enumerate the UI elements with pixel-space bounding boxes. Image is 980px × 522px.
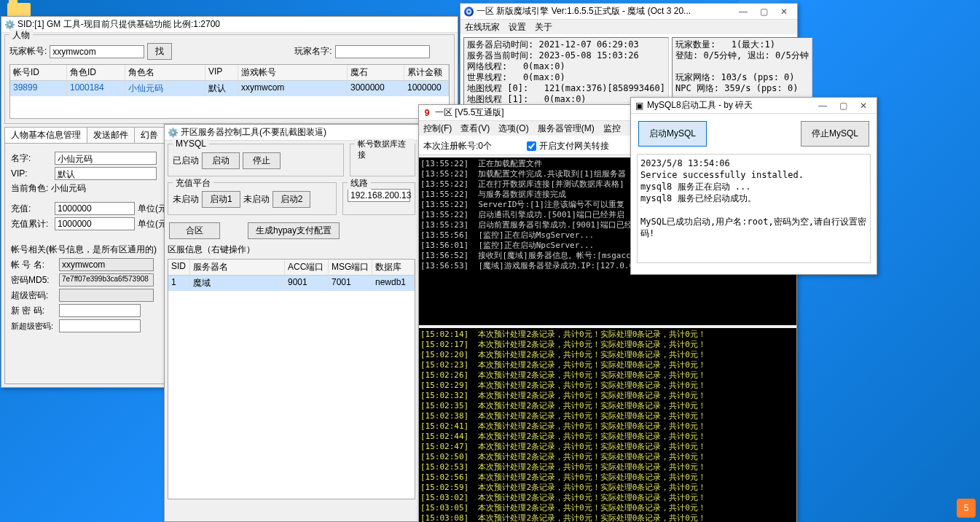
col-gameacct[interactable]: 游戏帐号 bbox=[238, 65, 348, 81]
acct-input[interactable]: xxymwcom bbox=[50, 45, 144, 58]
gear-icon: ⚙️ bbox=[4, 20, 15, 30]
menu-monitor[interactable]: 监控 bbox=[603, 122, 621, 135]
mysql-log[interactable]: 2023/5/8 13:54:06 Service successfully i… bbox=[637, 154, 871, 263]
mysql-status: 已启动 bbox=[173, 155, 199, 167]
menu-options[interactable]: 选项(O) bbox=[498, 122, 528, 135]
plat-start1-button[interactable]: 启动1 bbox=[202, 191, 240, 208]
col-rolename[interactable]: 角色名 bbox=[125, 65, 205, 81]
menu-online[interactable]: 在线玩家 bbox=[465, 21, 500, 34]
recharge-input[interactable]: 1000000 bbox=[55, 202, 135, 215]
server-ctrl-window: ⚙️ 开区服务器控制工具(不要乱截图装逼) MYSQL 已启动 启动 停止 帐号… bbox=[164, 124, 419, 522]
minimize-button[interactable]: — bbox=[733, 4, 753, 19]
line-group: 线路 192.168.200.13 bbox=[342, 182, 415, 215]
app-icon: 🧿 bbox=[463, 7, 474, 17]
tab-basic[interactable]: 人物基本信息管理 bbox=[4, 127, 87, 143]
col-stone[interactable]: 魔石 bbox=[348, 65, 404, 81]
char-group-label: 人物 bbox=[9, 29, 33, 42]
ctrl-title: 开区服务器控制工具(不要乱截图装逼) bbox=[181, 126, 415, 139]
gen-hypay-button[interactable]: 生成hypay支付配置 bbox=[248, 222, 340, 239]
col-vip[interactable]: VIP bbox=[205, 65, 238, 81]
md5-field: 7e7ff07e399b3ca6f573908 bbox=[59, 273, 154, 287]
vip-input[interactable]: 默认 bbox=[55, 167, 157, 180]
start-mysql-button[interactable]: 启动MySQL bbox=[638, 121, 707, 147]
reg-count: 本次注册帐号:0个 bbox=[423, 140, 492, 152]
zone-table[interactable]: SID 服务器名 ACC端口 MSG端口 数据库 1 魔域 9001 7001 … bbox=[168, 259, 415, 499]
menu-about[interactable]: 关于 bbox=[535, 21, 552, 34]
acct-label: 玩家帐号: bbox=[9, 45, 47, 58]
payment-gateway-checkbox[interactable]: 开启支付网关转接 bbox=[527, 140, 609, 152]
engine-stats-right: 玩家数量: 1(最大:1) 登陆: 0/5分钟, 退出: 0/5分钟 玩家网络:… bbox=[672, 37, 812, 106]
tray-icon[interactable]: 5 bbox=[957, 499, 976, 518]
stop-mysql-button[interactable]: 停止MySQL bbox=[801, 121, 869, 147]
col-acctid[interactable]: 帐号ID bbox=[10, 65, 67, 81]
plat-start2-button[interactable]: 启动2 bbox=[273, 191, 311, 208]
gm-title: SID:[1] GM 工具-现目前只提供基础功能 比例:1:2700 bbox=[17, 18, 455, 31]
char-table: 帐号ID 角色ID 角色名 VIP 游戏帐号 魔石 累计金额 39899 100… bbox=[9, 64, 450, 119]
menu-settings[interactable]: 设置 bbox=[509, 21, 526, 34]
engine-stats-left: 服务器启动时间: 2021-12-07 06:29:03 服务器当前时间: 20… bbox=[463, 37, 669, 106]
minimize-button[interactable]: — bbox=[812, 98, 833, 113]
col-total[interactable]: 累计金额 bbox=[404, 65, 449, 81]
tab-pet[interactable]: 幻兽 bbox=[134, 127, 165, 143]
menu-view[interactable]: 查看(V) bbox=[460, 122, 490, 135]
form-icon: ▣ bbox=[634, 101, 644, 111]
mysql-group: MYSQL 已启动 启动 停止 bbox=[168, 144, 344, 176]
acctname-field: xxymwcom bbox=[59, 258, 154, 271]
merge-button[interactable]: 合区 bbox=[169, 222, 220, 239]
char-group: 人物 玩家帐号: xxymwcom 找 玩家名字: 帐号ID 角色ID 角色名 … bbox=[4, 34, 455, 124]
nine-icon: 9 bbox=[422, 108, 432, 118]
platform-group: 充值平台 未启动 启动1 未启动 启动2 bbox=[168, 182, 337, 215]
mysql-titlebar[interactable]: ▣ MySQL8启动工具 - by 碎天 — ▢ ✕ bbox=[631, 98, 877, 114]
close-button[interactable]: ✕ bbox=[853, 98, 874, 113]
mysql-window: ▣ MySQL8启动工具 - by 碎天 — ▢ ✕ 启动MySQL 停止MyS… bbox=[630, 97, 877, 275]
ip-select[interactable]: 192.168.200.13 bbox=[348, 189, 410, 202]
mysql-title: MySQL8启动工具 - by 碎天 bbox=[647, 99, 812, 112]
newpwd-input[interactable] bbox=[59, 304, 141, 317]
playername-input[interactable] bbox=[335, 45, 430, 58]
mysql-stop-button[interactable]: 停止 bbox=[243, 152, 281, 169]
superpwd-field bbox=[59, 289, 154, 302]
name-input[interactable]: 小仙元码 bbox=[55, 152, 157, 165]
newsuperpwd-input[interactable] bbox=[59, 319, 141, 332]
tab-mail[interactable]: 发送邮件 bbox=[87, 127, 135, 143]
maximize-button[interactable]: ▢ bbox=[753, 4, 774, 19]
col-roleid[interactable]: 角色ID bbox=[67, 65, 125, 81]
engine-title: 一区 新版魔域引擎 Ver:1.6.5.5正式版 - 魔域 (Oct 3 20.… bbox=[477, 5, 733, 17]
acctdb-group: 帐号数据库连接 bbox=[350, 144, 415, 176]
mysql-start-button[interactable]: 启动 bbox=[202, 152, 240, 169]
zone-row[interactable]: 1 魔域 9001 7001 newdb1 bbox=[168, 276, 415, 291]
current-role: 小仙元码 bbox=[51, 182, 86, 195]
maximize-button[interactable]: ▢ bbox=[833, 98, 853, 113]
gear-icon: ⚙️ bbox=[168, 128, 178, 138]
gm-titlebar[interactable]: ⚙️ SID:[1] GM 工具-现目前只提供基础功能 比例:1:2700 bbox=[1, 17, 458, 33]
menu-control[interactable]: 控制(F) bbox=[423, 122, 452, 135]
menu-servermgr[interactable]: 服务器管理(M) bbox=[538, 122, 595, 135]
transaction-log[interactable]: [15:02:14] 本次预计处理2条记录，共计0元！实际处理0条记录，共计0元… bbox=[419, 328, 796, 522]
close-button[interactable]: ✕ bbox=[774, 4, 794, 19]
zone-header: 区服信息（右键操作） bbox=[168, 244, 415, 256]
engine-titlebar[interactable]: 🧿 一区 新版魔域引擎 Ver:1.6.5.5正式版 - 魔域 (Oct 3 2… bbox=[460, 4, 797, 20]
find-button[interactable]: 找 bbox=[147, 43, 172, 60]
playername-label: 玩家名字: bbox=[294, 45, 332, 58]
total-input[interactable]: 1000000 bbox=[55, 217, 135, 230]
char-row[interactable]: 39899 1000184 小仙元码 默认 xxymwcom 3000000 1… bbox=[10, 81, 449, 96]
engine-menu: 在线玩家 设置 关于 bbox=[460, 20, 797, 34]
